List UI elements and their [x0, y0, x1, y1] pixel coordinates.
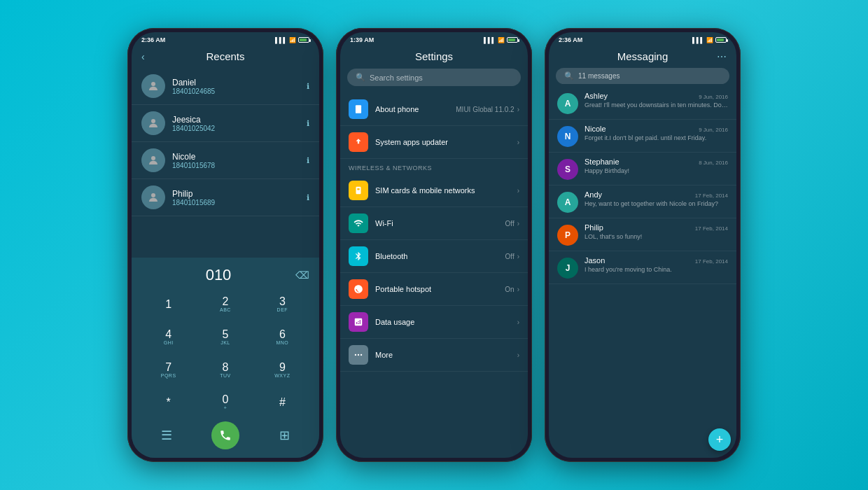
battery-icon	[298, 37, 309, 43]
menu-button[interactable]: ☰	[161, 428, 172, 443]
dial-key-2[interactable]: 2ABC	[198, 290, 252, 320]
contacts-button[interactable]: ⊞	[279, 428, 290, 443]
more-button[interactable]: ⋯	[717, 51, 727, 62]
message-item-1[interactable]: N Nicole 9 Jun, 2016 Forget it.I don't b…	[549, 120, 736, 153]
message-item-5[interactable]: J Jason 17 Feb, 2014 I heard you're movi…	[549, 251, 736, 284]
msg-name-5: Jason	[584, 256, 605, 265]
dial-key-7[interactable]: 7PQRS	[141, 355, 195, 385]
svg-point-3	[151, 193, 155, 197]
contact-list: Daniel 18401024685 ℹ Jeesica 18401025042…	[132, 68, 319, 258]
letters-6: MNO	[276, 340, 288, 345]
message-item-0[interactable]: A Ashley 9 Jun, 2016 Great! I'll meet yo…	[549, 87, 736, 120]
dial-key-9[interactable]: 9WXYZ	[255, 355, 309, 385]
sim-chevron: ›	[517, 187, 519, 195]
settings-search-bar[interactable]: 🔍 Search settings	[347, 69, 521, 86]
more-chevron: ›	[517, 351, 519, 359]
dial-key-star[interactable]: *	[141, 387, 195, 417]
settings-item-bluetooth[interactable]: Bluetooth Off ›	[340, 240, 528, 273]
svg-point-8	[355, 354, 356, 356]
updater-icon	[349, 132, 368, 152]
about-icon	[349, 99, 368, 119]
dial-key-5[interactable]: 5JKL	[198, 322, 252, 352]
search-placeholder: Search settings	[370, 74, 423, 82]
phone-recents: 2:36 AM ▌▌▌ 📶 ‹ Recents Daniel 184010246…	[127, 28, 323, 462]
svg-rect-7	[357, 188, 360, 190]
msg-avatar-1: N	[557, 126, 578, 147]
msg-date-2: 8 Jun, 2016	[699, 160, 728, 166]
contact-avatar-0	[141, 74, 165, 98]
contact-item-0[interactable]: Daniel 18401024685 ℹ	[132, 68, 319, 105]
msg-avatar-4: P	[557, 225, 578, 246]
svg-point-5	[358, 111, 358, 112]
letters-0: +	[224, 405, 227, 410]
msg-preview-3: Hey, want to get together with Nicole on…	[584, 200, 728, 209]
msg-date-3: 17 Feb, 2014	[695, 192, 728, 199]
settings-item-wifi[interactable]: Wi-Fi Off ›	[340, 207, 528, 240]
settings-list: About phone MIUI Global 11.0.2 › System …	[340, 93, 528, 458]
dial-key-1[interactable]: 1	[141, 290, 195, 320]
data-chevron: ›	[517, 318, 519, 326]
call-icon-2[interactable]: ℹ	[307, 156, 309, 165]
msg-count: 11 messages	[578, 72, 620, 80]
msg-preview-1: Forget it.I don't bl get paid. until nex…	[584, 134, 728, 143]
letters-7: PQRS	[161, 373, 176, 378]
msg-name-3: Andy	[584, 190, 602, 199]
dial-number: 010	[141, 266, 295, 284]
bluetooth-value: Off	[505, 253, 514, 260]
messaging-search-bar[interactable]: 🔍 11 messages	[556, 68, 729, 84]
dial-key-0[interactable]: 0+	[198, 387, 252, 417]
call-icon-3[interactable]: ℹ	[307, 193, 309, 202]
dial-key-8[interactable]: 8TUV	[198, 355, 252, 385]
settings-item-data[interactable]: Data usage ›	[340, 306, 528, 339]
dial-key-3[interactable]: 3DEF	[255, 290, 309, 320]
bluetooth-label: Bluetooth	[375, 252, 505, 260]
msg-date-5: 17 Feb, 2014	[695, 258, 728, 265]
dial-key-4[interactable]: 4GHI	[141, 322, 195, 352]
back-button[interactable]: ‹	[141, 51, 145, 62]
settings-item-updater[interactable]: System apps updater ›	[340, 126, 528, 159]
message-item-3[interactable]: A Andy 17 Feb, 2014 Hey, want to get tog…	[549, 186, 736, 218]
contact-item-1[interactable]: Jeesica 18401025042 ℹ	[132, 105, 319, 142]
letters-8: TUV	[220, 373, 231, 378]
letters-5: JKL	[220, 340, 230, 345]
digit-5: 5	[223, 329, 229, 340]
contact-name-3: Philip	[172, 189, 307, 199]
letters-3: DEF	[277, 307, 288, 312]
msg-date-4: 17 Feb, 2014	[695, 225, 728, 232]
msg-avatar-2: S	[557, 159, 578, 180]
digit-8: 8	[223, 362, 229, 373]
letters-4: GHI	[164, 340, 174, 345]
contact-info-2: Nicole 18401015678	[172, 152, 307, 169]
screen-settings: 1:39 AM ▌▌▌ 📶 Settings 🔍 Search settings…	[340, 32, 528, 458]
contact-name-2: Nicole	[172, 152, 307, 162]
msg-name-2: Stephanie	[584, 158, 620, 166]
dial-key-hash[interactable]: #	[255, 387, 309, 417]
settings-item-about[interactable]: About phone MIUI Global 11.0.2 ›	[340, 93, 528, 126]
call-button[interactable]	[211, 421, 239, 449]
msg-avatar-0: A	[557, 93, 578, 114]
contact-item-2[interactable]: Nicole 18401015678 ℹ	[132, 142, 319, 179]
message-item-2[interactable]: S Stephanie 8 Jun, 2016 Happy Birthday!	[549, 153, 736, 186]
dial-key-6[interactable]: 6MNO	[255, 322, 309, 352]
delete-button[interactable]: ⌫	[295, 270, 309, 281]
contact-number-2: 18401015678	[172, 162, 307, 169]
settings-item-hotspot[interactable]: Portable hotspot On ›	[340, 273, 528, 306]
status-icons-1: ▌▌▌ 📶	[275, 37, 309, 43]
compose-fab[interactable]: +	[708, 428, 731, 451]
settings-item-more[interactable]: More ›	[340, 339, 528, 372]
msg-date-0: 9 Jun, 2016	[699, 94, 728, 100]
updater-label: System apps updater	[375, 138, 517, 146]
status-time-3: 2:36 AM	[559, 36, 582, 43]
wifi-value: Off	[505, 220, 514, 227]
call-icon-1[interactable]: ℹ	[307, 119, 309, 128]
contact-avatar-1	[141, 111, 165, 135]
contact-name-0: Daniel	[172, 78, 307, 88]
message-item-4[interactable]: P Philip 17 Feb, 2014 LOL, that's so fun…	[549, 218, 736, 251]
battery-icon-2	[507, 37, 518, 43]
call-icon-0[interactable]: ℹ	[307, 82, 309, 91]
screen-recents: 2:36 AM ▌▌▌ 📶 ‹ Recents Daniel 184010246…	[132, 32, 319, 458]
msg-name-0: Ashley	[584, 92, 608, 100]
svg-rect-6	[356, 187, 361, 195]
contact-item-3[interactable]: Philip 18401015689 ℹ	[132, 179, 319, 216]
settings-item-sim[interactable]: SIM cards & mobile networks ›	[340, 174, 528, 207]
